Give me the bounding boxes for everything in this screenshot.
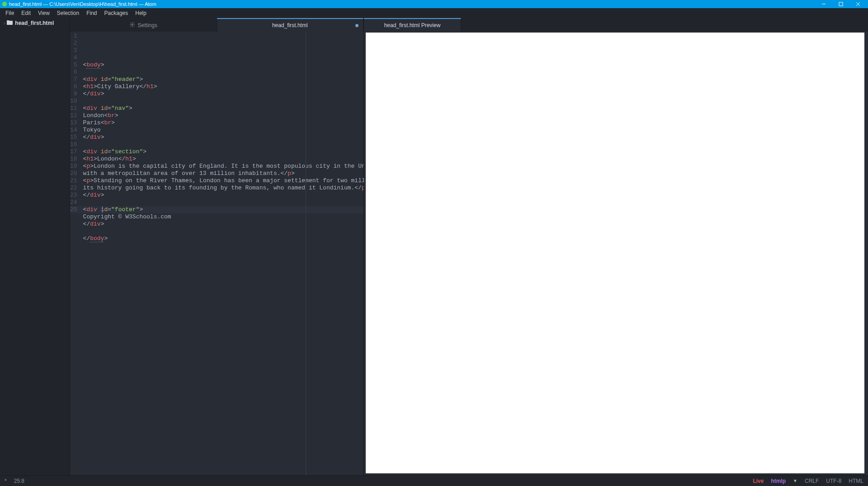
line-number: 16 (70, 141, 77, 148)
line-number: 3 (70, 47, 77, 54)
status-live[interactable]: Live (753, 478, 764, 484)
code-line[interactable]: <h1>City Gallery</h1> (83, 83, 411, 90)
code-line[interactable]: <h1>London</h1> (83, 156, 411, 163)
window-controls (820, 1, 866, 7)
menu-packages[interactable]: Packages (101, 9, 132, 17)
menu-view[interactable]: View (34, 9, 53, 17)
line-number: 7 (70, 76, 77, 83)
status-htmlp[interactable]: htmlp (771, 478, 786, 484)
chevron-right-icon: › (4, 21, 5, 26)
line-number: 5 (70, 61, 77, 69)
tab-preview[interactable]: head_first.html Preview (364, 18, 461, 32)
code-line[interactable]: <p>Standing on the River Thames, London … (83, 177, 411, 184)
titlebar[interactable]: head_first.html — C:\Users\Ven\Desktop\H… (0, 0, 868, 8)
status-encoding[interactable]: UTF-8 (826, 478, 841, 484)
code-line[interactable]: <body> (83, 61, 411, 69)
line-number: 2 (70, 40, 77, 47)
menubar: File Edit View Selection Find Packages H… (0, 8, 868, 18)
line-number: 10 (70, 98, 77, 105)
code-line[interactable] (83, 69, 411, 76)
line-number: 14 (70, 127, 77, 134)
tabbar-right: head_first.html Preview (364, 18, 868, 32)
workspace: › head_first.html Settings head_first.ht… (0, 18, 868, 475)
code-line[interactable]: <div id="footer"> (83, 206, 411, 213)
modified-indicator-icon (355, 24, 359, 27)
tabbar-left: Settings head_first.html (70, 18, 363, 32)
code-line[interactable]: </body> (83, 235, 411, 242)
cursor-position[interactable]: 25:8 (14, 478, 24, 484)
code-area[interactable]: <body><div id="header"><h1>City Gallery<… (81, 32, 411, 475)
close-button[interactable] (854, 1, 862, 7)
line-number: 21 (70, 177, 77, 184)
tab-label: head_first.html (272, 22, 308, 28)
statusbar: * 25:8 Live htmlp ▼ CRLF UTF-8 HTML (0, 475, 868, 486)
line-number: 6 (70, 69, 77, 76)
menu-selection[interactable]: Selection (53, 9, 83, 17)
html-preview[interactable] (366, 33, 864, 473)
code-line[interactable] (83, 228, 411, 235)
code-line[interactable]: Paris<br> (83, 119, 411, 127)
line-number: 19 (70, 163, 77, 170)
line-number: 22 (70, 184, 77, 192)
maximize-button[interactable] (837, 1, 844, 7)
code-line[interactable]: </div> (83, 134, 411, 141)
code-line[interactable]: with a metropolitan area of over 13 mill… (83, 170, 411, 177)
tree-item-project-file[interactable]: › head_first.html (0, 18, 70, 28)
line-number: 18 (70, 156, 77, 163)
line-number: 17 (70, 148, 77, 156)
code-line[interactable]: <div id="section"> (83, 148, 411, 156)
code-line[interactable]: London<br> (83, 112, 411, 119)
svg-rect-1 (839, 2, 843, 6)
code-line[interactable]: its history going back to its founding b… (83, 184, 411, 192)
tree-item-label: head_first.html (15, 20, 54, 26)
folder-icon (7, 20, 13, 26)
code-line[interactable]: </div> (83, 90, 411, 98)
triangle-down-icon[interactable]: ▼ (793, 478, 797, 483)
preview-container (364, 32, 868, 475)
code-line[interactable] (83, 199, 411, 206)
text-editor[interactable]: 1234567891011121314151617181920212223242… (70, 32, 363, 475)
line-number: 23 (70, 192, 77, 199)
tab-editor[interactable]: head_first.html (217, 18, 364, 32)
tab-label: Settings (138, 22, 157, 28)
code-line[interactable]: </div> (83, 221, 411, 228)
status-line-ending[interactable]: CRLF (805, 478, 819, 484)
preview-pane: head_first.html Preview (364, 18, 868, 475)
code-line[interactable]: </div> (83, 192, 411, 199)
status-grammar[interactable]: HTML (849, 478, 863, 484)
window-title: head_first.html — C:\Users\Ven\Desktop\H… (9, 1, 820, 7)
gear-icon (129, 22, 135, 29)
line-number: 1 (70, 33, 77, 40)
wrap-guide (306, 32, 306, 475)
menu-file[interactable]: File (2, 9, 18, 17)
menu-edit[interactable]: Edit (18, 9, 34, 17)
minimize-button[interactable] (820, 1, 827, 7)
menu-find[interactable]: Find (83, 9, 100, 17)
text-cursor (102, 206, 103, 213)
code-line[interactable]: Copyright © W3Schools.com (83, 213, 411, 221)
editor-pane: Settings head_first.html 123456789101112… (70, 18, 364, 475)
menu-help[interactable]: Help (132, 9, 150, 17)
code-line[interactable]: <div id="nav"> (83, 105, 411, 112)
line-number: 9 (70, 90, 77, 98)
code-line[interactable] (83, 141, 411, 148)
tabbar-spacer (461, 18, 868, 32)
code-line[interactable]: <p>London is the capital city of England… (83, 163, 411, 170)
svg-point-4 (131, 24, 132, 25)
code-line[interactable]: Tokyo (83, 127, 411, 134)
gutter: 1234567891011121314151617181920212223242… (70, 32, 81, 475)
line-number: 20 (70, 170, 77, 177)
tab-label: head_first.html Preview (384, 22, 441, 28)
file-modified-indicator: * (5, 478, 7, 484)
tree-view[interactable]: › head_first.html (0, 18, 70, 475)
line-number: 15 (70, 134, 77, 141)
code-line[interactable] (83, 98, 411, 105)
line-number: 11 (70, 105, 77, 112)
line-number: 24 (70, 199, 77, 206)
pane-container: Settings head_first.html 123456789101112… (70, 18, 868, 475)
code-line[interactable]: <div id="header"> (83, 76, 411, 83)
line-number: 13 (70, 119, 77, 127)
line-number: 4 (70, 54, 77, 61)
atom-icon (2, 1, 7, 7)
tab-settings[interactable]: Settings (70, 18, 217, 32)
